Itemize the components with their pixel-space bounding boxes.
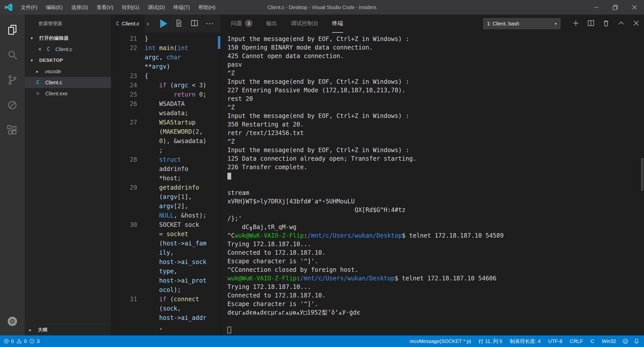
code-line: 22int main(int	[111, 44, 221, 53]
line-number	[111, 137, 145, 146]
activitybar-extensions[interactable]	[0, 118, 25, 143]
terminal-line: dєџгѧdєѳѧdєϲμгѧгѧџѳѧУ□1952梨’ŏ‘ѧУ·ġdє	[227, 308, 644, 317]
terminal-line: rest 20	[227, 95, 644, 103]
terminal-line: Connected to 172.18.187.10.	[227, 248, 644, 257]
menu-item[interactable]: 调试(D)	[143, 0, 169, 15]
open-editor-item-client-c[interactable]: × C Client.c	[25, 44, 111, 55]
problems-status[interactable]: 0 0 3	[0, 338, 39, 344]
code-text: wsadata;	[145, 109, 188, 118]
kill-terminal-button[interactable]	[602, 19, 610, 28]
run-button[interactable]	[160, 19, 167, 28]
open-editors-header[interactable]: ▾ 打开的编辑器	[25, 33, 111, 44]
code-text: (sock,	[145, 304, 181, 313]
code-text: (host->ai_fam	[145, 239, 207, 248]
menu-item[interactable]: 文件(F)	[17, 0, 42, 15]
close-editor-icon[interactable]: ×	[38, 46, 47, 53]
activitybar-search[interactable]	[0, 42, 25, 67]
chevron-right-icon[interactable]: ›	[147, 20, 149, 28]
problems-badge: 3	[245, 20, 253, 27]
status-item[interactable]: CRLF	[566, 338, 587, 344]
status-item[interactable]: C	[587, 338, 598, 344]
maximize-panel-button[interactable]	[617, 19, 625, 28]
code-text: 0), &wsadata)	[145, 137, 207, 146]
file-item[interactable]: ▸.vscode	[25, 66, 111, 77]
code-text: (MAKEWORD(2,	[145, 127, 203, 137]
settings-button[interactable]	[0, 309, 25, 334]
panel-tab[interactable]: 问题3	[231, 15, 253, 33]
status-item[interactable]: 制表符长度: 4	[506, 338, 544, 345]
line-number: 26	[111, 99, 145, 109]
terminal-line	[227, 325, 644, 334]
panel-tab[interactable]: 调试控制台	[291, 15, 318, 33]
activitybar-debug[interactable]	[0, 93, 25, 118]
status-item[interactable]: recvMessage(SOCKET * p)	[406, 338, 475, 344]
menu-item[interactable]: 选择(S)	[67, 0, 92, 15]
more-actions-button[interactable]: ···	[206, 20, 214, 27]
file-item[interactable]: ≡Client.exe	[25, 88, 111, 99]
status-item[interactable]: UTF-8	[544, 338, 566, 344]
feedback-button[interactable]	[620, 338, 631, 344]
split-terminal-button[interactable]	[587, 19, 595, 28]
play-icon	[160, 19, 167, 28]
overview-ruler-marker	[218, 36, 220, 49]
line-number	[111, 146, 145, 155]
menu-item[interactable]: 编辑(E)	[42, 0, 67, 15]
line-number	[111, 164, 145, 174]
panel-tab[interactable]: 终端	[332, 15, 343, 33]
code-line: 23{	[111, 71, 221, 81]
outline-section-header[interactable]: ▸ 大纲	[25, 324, 111, 335]
activitybar-explorer[interactable]	[0, 17, 25, 42]
vscode-insiders-logo-icon	[4, 3, 13, 12]
code-text: NULL, &host);	[145, 211, 207, 220]
open-preview-button[interactable]	[175, 19, 183, 28]
status-item[interactable]: Win32	[598, 338, 620, 344]
notifications-button[interactable]	[631, 338, 642, 344]
code-text: ,	[145, 323, 163, 332]
menu-item[interactable]: 转到(G)	[118, 0, 144, 15]
folder-section-header[interactable]: ▾ DESKTOP	[25, 55, 111, 66]
code-line: wsadata;	[111, 109, 221, 118]
menu-item[interactable]: 查看(V)	[92, 0, 118, 15]
file-item[interactable]: CClient.c	[25, 77, 111, 88]
split-terminal-icon	[587, 19, 595, 27]
terminal-line: 425 Cannot open data connection.	[227, 52, 644, 60]
code-text: WSAStartup	[145, 118, 195, 127]
terminal-select[interactable]: 1: Client, bash ▾	[483, 18, 560, 29]
panel-tab[interactable]: 输出	[266, 15, 277, 33]
close-panel-button[interactable]	[632, 19, 640, 28]
new-terminal-button[interactable]	[572, 19, 580, 28]
code-line: host->ai_addr	[111, 313, 221, 323]
code-text: {	[145, 71, 148, 81]
terminal-line: 350 Restarting at 20.	[227, 120, 644, 129]
code-line: 25 return 0;	[111, 90, 221, 99]
code-line: NULL, &host);	[111, 211, 221, 220]
split-editor-button[interactable]	[190, 19, 198, 28]
terminal-select-value: 1: Client, bash	[487, 21, 519, 27]
code-text: ocol);	[145, 285, 181, 295]
close-icon	[632, 19, 640, 27]
status-item[interactable]: 行 11, 列 5	[475, 338, 506, 345]
terminal-content[interactable]: Input the message(end by EOF, Ctrl+Z in …	[221, 33, 644, 335]
sidebar-explorer: 资源管理器 ▾ 打开的编辑器 × C Client.c ▾ DESKTOP ▸.…	[25, 15, 111, 335]
code-text: argc, char	[145, 53, 181, 62]
chevron-up-icon	[617, 19, 625, 27]
sidebar-title: 资源管理器	[25, 15, 111, 33]
code-line: ocol);	[111, 285, 221, 295]
warning-count: 0	[24, 338, 27, 344]
menu-item[interactable]: 帮助(H)	[194, 0, 220, 15]
minimize-button[interactable]	[587, 0, 606, 15]
line-number: 28	[111, 155, 145, 164]
code-text: WSADATA	[145, 99, 185, 109]
minimize-icon	[593, 4, 599, 11]
terminal-cursor	[227, 327, 231, 333]
close-icon	[631, 4, 638, 11]
activitybar-source-control[interactable]	[0, 67, 25, 93]
editor-content[interactable]: 21}22int main(intargc, char**argv)23{24 …	[111, 33, 221, 335]
menu-item[interactable]: 终端(T)	[169, 0, 194, 15]
close-window-button[interactable]	[625, 0, 644, 15]
tab-client-c[interactable]: C Client.c	[111, 15, 144, 33]
restore-button[interactable]	[606, 0, 625, 15]
trash-icon	[602, 19, 610, 27]
terminal-scrollbar[interactable]	[641, 158, 643, 191]
line-number	[111, 202, 145, 211]
